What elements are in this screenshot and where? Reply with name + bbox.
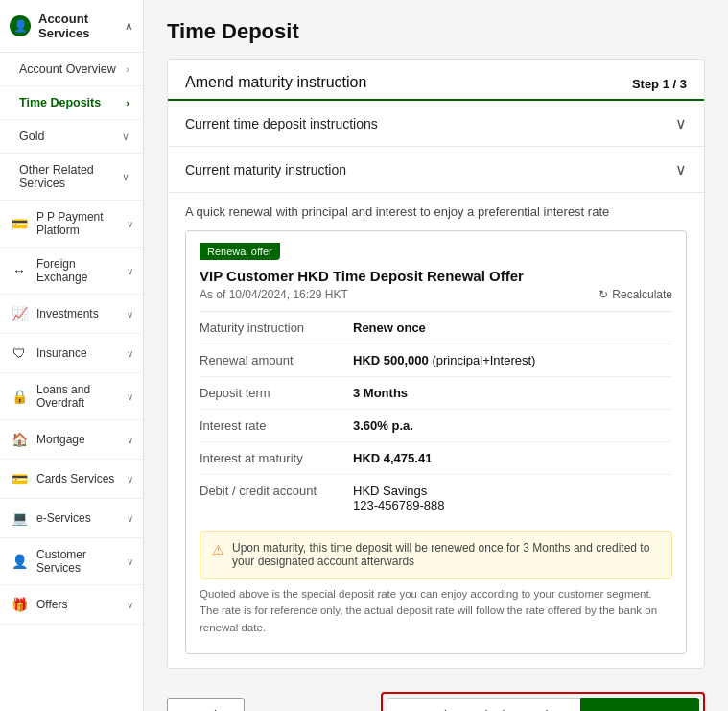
row-label: Interest rate — [200, 418, 353, 433]
sidebar-item-other-related-services[interactable]: Other Related Services ∨ — [0, 154, 143, 201]
accordion-label: Current time deposit instructions — [185, 116, 378, 131]
sidebar-group-chevron: ∨ — [127, 600, 133, 610]
insurance-icon: 🛡 — [10, 344, 29, 363]
sidebar-item-customer-services[interactable]: 👤 Customer Services ∨ — [0, 538, 143, 585]
step-total: 3 — [680, 77, 687, 91]
back-button[interactable]: Back — [167, 698, 245, 711]
sidebar-item-pp-payment-platform[interactable]: 💳 P P Payment Platform ∨ — [0, 201, 143, 248]
row-value: 3 Months — [353, 386, 408, 400]
sidebar: 👤 Account Services ∧ Account Overview › … — [0, 0, 144, 711]
sidebar-group-label: Investments — [36, 307, 119, 320]
account-services-chevron: ∧ — [125, 19, 133, 33]
sidebar-item-insurance[interactable]: 🛡 Insurance ∨ — [0, 334, 143, 373]
amend-maturity-button[interactable]: Amend maturity instruction — [387, 698, 581, 711]
sidebar-group-chevron: ∨ — [127, 348, 133, 359]
row-label: Renewal amount — [200, 353, 353, 367]
e-services-icon: 💻 — [10, 509, 29, 528]
sidebar-group-label: Insurance — [36, 346, 119, 360]
row-value: HKD 4,475.41 — [353, 451, 432, 465]
row-value-main: HKD Savings — [353, 484, 444, 498]
investments-icon: 📈 — [10, 304, 29, 323]
sidebar-group-label: P P Payment Platform — [36, 210, 119, 237]
sidebar-group-chevron: ∨ — [127, 309, 133, 320]
disclaimer-text: Quoted above is the special deposit rate… — [200, 586, 672, 636]
account-services-label: Account Services — [38, 12, 117, 40]
step-indicator: Step 1 / 3 — [632, 77, 687, 91]
sidebar-item-arrow: › — [126, 63, 129, 75]
accordion-current-maturity[interactable]: Current maturity instruction ∨ — [168, 147, 704, 193]
accordion-label: Current maturity instruction — [185, 162, 346, 178]
step-separator: / — [669, 77, 680, 91]
sidebar-group-label: Customer Services — [36, 548, 119, 575]
table-row: Deposit term 3 Months — [200, 377, 672, 410]
account-services-icon: 👤 — [10, 15, 31, 36]
step-label: Step — [632, 77, 663, 91]
accordion-chevron-icon: ∨ — [675, 114, 687, 132]
sidebar-group-label: Cards Services — [36, 472, 119, 486]
sidebar-item-mortgage[interactable]: 🏠 Mortgage ∨ — [0, 420, 143, 460]
sidebar-item-arrow: ∨ — [122, 171, 129, 183]
warning-icon: ⚠ — [212, 542, 224, 557]
sidebar-group-label: Mortgage — [36, 433, 119, 446]
main-content: Time Deposit Amend maturity instruction … — [144, 0, 728, 711]
row-value: HKD Savings 123-456789-888 — [353, 484, 444, 512]
accordion-chevron-icon: ∨ — [675, 160, 687, 178]
step-title: Amend maturity instruction — [185, 74, 366, 91]
sidebar-group-chevron: ∨ — [127, 474, 133, 485]
promo-text: A quick renewal with principal and inter… — [168, 193, 704, 226]
mortgage-icon: 🏠 — [10, 430, 29, 449]
sidebar-item-gold[interactable]: Gold ∨ — [0, 120, 143, 154]
notice-box: ⚠ Upon maturity, this time deposit will … — [200, 531, 672, 579]
sidebar-group-label: Foreign Exchange — [36, 257, 119, 284]
sidebar-group-label: Loans and Overdraft — [36, 383, 119, 410]
sidebar-group-chevron: ∨ — [127, 557, 133, 567]
renew-once-button[interactable]: Renew once — [580, 698, 699, 711]
row-value: Renew once — [353, 320, 426, 335]
detail-table: Maturity instruction Renew once Renewal … — [200, 311, 672, 521]
row-value-main: HKD 500,000 — [353, 353, 429, 367]
sidebar-item-time-deposits[interactable]: Time Deposits › — [0, 86, 143, 120]
sidebar-item-label: Other Related Services — [19, 163, 122, 190]
accordion-current-time-deposit[interactable]: Current time deposit instructions ∨ — [168, 101, 704, 147]
recalculate-icon: ↻ — [599, 288, 608, 301]
offer-badge: Renewal offer — [200, 243, 280, 260]
sidebar-account-services-header[interactable]: 👤 Account Services ∧ — [0, 0, 143, 53]
table-row: Debit / credit account HKD Savings 123-4… — [200, 475, 672, 521]
sidebar-item-cards-services[interactable]: 💳 Cards Services ∨ — [0, 460, 143, 499]
table-row: Interest rate 3.60% p.a. — [200, 410, 672, 442]
sidebar-item-investments[interactable]: 📈 Investments ∨ — [0, 295, 143, 334]
sidebar-item-account-overview[interactable]: Account Overview › — [0, 53, 143, 86]
sidebar-item-label: Time Deposits — [19, 96, 101, 109]
timestamp-text: As of 10/04/2024, 16:29 HKT — [200, 288, 348, 301]
customer-services-icon: 👤 — [10, 552, 29, 571]
recalculate-label: Recalculate — [612, 288, 672, 301]
offer-timestamp: As of 10/04/2024, 16:29 HKT ↻ Recalculat… — [186, 288, 686, 301]
row-label: Interest at maturity — [200, 451, 353, 465]
sidebar-group-chevron: ∨ — [127, 513, 133, 524]
foreign-exchange-icon: ↔ — [10, 261, 29, 280]
table-row: Maturity instruction Renew once — [200, 312, 672, 344]
sidebar-item-e-services[interactable]: 💻 e-Services ∨ — [0, 499, 143, 538]
table-row: Interest at maturity HKD 4,475.41 — [200, 442, 672, 475]
row-label: Deposit term — [200, 386, 353, 400]
sidebar-item-label: Gold — [19, 130, 44, 143]
pp-payment-icon: 💳 — [10, 214, 29, 233]
loans-icon: 🔒 — [10, 387, 29, 406]
sidebar-item-arrow: › — [126, 97, 129, 108]
content-card: Amend maturity instruction Step 1 / 3 Cu… — [167, 59, 705, 669]
sidebar-group-chevron: ∨ — [127, 391, 133, 402]
row-value-suffix: (principal+Interest) — [429, 353, 536, 367]
sidebar-item-loans-and-overdraft[interactable]: 🔒 Loans and Overdraft ∨ — [0, 373, 143, 420]
row-value-secondary: 123-456789-888 — [353, 498, 444, 512]
row-value: HKD 500,000 (principal+Interest) — [353, 353, 535, 367]
recalculate-button[interactable]: ↻ Recalculate — [599, 288, 672, 301]
sidebar-group-chevron: ∨ — [127, 266, 133, 276]
sidebar-item-offers[interactable]: 🎁 Offers ∨ — [0, 585, 143, 625]
row-label: Maturity instruction — [200, 320, 353, 335]
sidebar-item-foreign-exchange[interactable]: ↔ Foreign Exchange ∨ — [0, 248, 143, 295]
notice-text: Upon maturity, this time deposit will be… — [232, 541, 660, 568]
sidebar-group-label: e-Services — [36, 511, 119, 525]
cards-icon: 💳 — [10, 469, 29, 488]
offer-title: VIP Customer HKD Time Deposit Renewal Of… — [186, 268, 686, 284]
row-value: 3.60% p.a. — [353, 418, 413, 433]
